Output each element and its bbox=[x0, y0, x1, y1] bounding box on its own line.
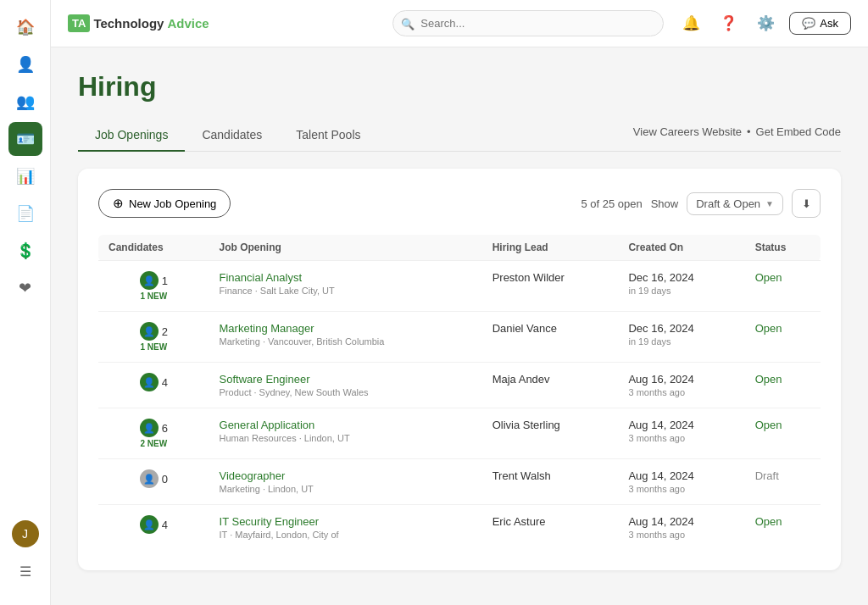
candidate-count: 6 bbox=[162, 422, 168, 435]
status-text: Open bbox=[755, 419, 782, 431]
tab-talent-pools[interactable]: Talent Pools bbox=[279, 119, 377, 152]
job-opening-cell: Software Engineer Product · Sydney, New … bbox=[209, 363, 482, 408]
table-row: 👤 6 2 NEW General Application Human Reso… bbox=[98, 408, 821, 459]
hiring-lead-name: Eric Asture bbox=[492, 515, 546, 528]
new-badge: 1 NEW bbox=[140, 291, 167, 301]
job-title-link[interactable]: IT Security Engineer bbox=[220, 515, 320, 528]
notifications-icon[interactable]: 🔔 bbox=[677, 10, 704, 37]
job-subtitle: Finance · Salt Lake City, UT bbox=[220, 286, 472, 296]
candidates-cell: 👤 4 bbox=[98, 505, 209, 551]
date-main: Dec 16, 2024 bbox=[628, 271, 734, 284]
candidate-count: 4 bbox=[162, 376, 168, 389]
status-text: Open bbox=[755, 322, 782, 335]
candidate-count: 4 bbox=[162, 519, 168, 531]
count-text: 5 of 25 open bbox=[581, 197, 642, 210]
sidebar-item-heart[interactable]: ❤ bbox=[8, 271, 42, 305]
hamburger-menu-icon[interactable]: ☰ bbox=[8, 554, 42, 588]
job-openings-card: ⊕ New Job Opening 5 of 25 open Show Draf… bbox=[78, 169, 841, 570]
status-cell: Open bbox=[745, 261, 821, 312]
search-icon: 🔍 bbox=[401, 17, 415, 30]
created-on-cell: Aug 16, 2024 3 months ago bbox=[618, 363, 744, 408]
date-relative: 3 months ago bbox=[628, 530, 734, 540]
table-row: 👤 4 Software Engineer Product · Sydney, … bbox=[98, 363, 821, 408]
job-subtitle: Human Resources · Lindon, UT bbox=[220, 433, 472, 443]
job-title-link[interactable]: General Application bbox=[220, 419, 315, 431]
candidate-icon: 👤 bbox=[140, 515, 159, 534]
sidebar-item-people[interactable]: 👥 bbox=[8, 85, 42, 119]
table-row: 👤 4 IT Security Engineer IT · Mayfaird, … bbox=[98, 505, 821, 551]
sidebar-item-dollar[interactable]: 💲 bbox=[8, 234, 42, 268]
logo: TA TechnologyAdvice bbox=[68, 14, 209, 32]
hiring-lead-name: Maja Andev bbox=[492, 373, 550, 386]
hiring-lead-name: Trent Walsh bbox=[492, 469, 551, 482]
tabs-left: Job Openings Candidates Talent Pools bbox=[78, 119, 378, 151]
table-header-row: Candidates Job Opening Hiring Lead Creat… bbox=[98, 235, 821, 261]
help-icon[interactable]: ❓ bbox=[715, 10, 742, 37]
candidates-cell: 👤 6 2 NEW bbox=[98, 408, 209, 459]
date-main: Aug 14, 2024 bbox=[628, 469, 734, 482]
tab-candidates[interactable]: Candidates bbox=[185, 119, 279, 152]
sidebar-item-home[interactable]: 🏠 bbox=[8, 10, 42, 44]
new-job-opening-button[interactable]: ⊕ New Job Opening bbox=[98, 189, 231, 218]
job-title-link[interactable]: Videographer bbox=[220, 469, 286, 482]
candidate-count: 0 bbox=[162, 473, 168, 486]
candidate-count: 2 bbox=[162, 325, 168, 338]
status-text: Open bbox=[755, 373, 782, 386]
job-opening-cell: General Application Human Resources · Li… bbox=[209, 408, 482, 459]
col-candidates: Candidates bbox=[98, 235, 209, 261]
sidebar-item-person[interactable]: 👤 bbox=[8, 47, 42, 81]
candidates-cell: 👤 0 bbox=[98, 459, 209, 505]
hiring-lead-cell: Eric Asture bbox=[482, 505, 619, 551]
filter-dropdown[interactable]: Draft & Open ▼ bbox=[687, 192, 783, 215]
hiring-lead-cell: Trent Walsh bbox=[482, 459, 619, 505]
job-opening-cell: Marketing Manager Marketing · Vancouver,… bbox=[209, 312, 482, 363]
created-on-cell: Dec 16, 2024 in 19 days bbox=[618, 312, 744, 363]
content-area: Hiring Job Openings Candidates Talent Po… bbox=[51, 47, 868, 605]
ask-button[interactable]: 💬 Ask bbox=[789, 12, 851, 35]
status-text: Draft bbox=[755, 469, 779, 482]
status-cell: Open bbox=[745, 312, 821, 363]
topnav: TA TechnologyAdvice 🔍 🔔 ❓ ⚙️ 💬 Ask bbox=[51, 0, 868, 47]
date-main: Aug 14, 2024 bbox=[628, 515, 734, 528]
candidates-cell: 👤 4 bbox=[98, 363, 209, 408]
tabs-right: View Careers Website • Get Embed Code bbox=[633, 125, 841, 145]
tab-job-openings[interactable]: Job Openings bbox=[78, 119, 185, 152]
avatar[interactable]: J bbox=[12, 520, 39, 547]
job-subtitle: Marketing · Lindon, UT bbox=[220, 484, 472, 494]
sidebar: 🏠 👤 👥 🪪 📊 📄 💲 ❤ J ☰ bbox=[0, 0, 51, 605]
new-badge: 2 NEW bbox=[140, 439, 167, 448]
col-hiring-lead: Hiring Lead bbox=[482, 235, 619, 261]
search-bar: 🔍 bbox=[392, 10, 664, 36]
candidate-icon: 👤 bbox=[140, 271, 159, 290]
search-input[interactable] bbox=[392, 10, 664, 36]
status-cell: Draft bbox=[745, 459, 821, 505]
chevron-down-icon: ▼ bbox=[765, 199, 774, 208]
job-openings-table: Candidates Job Opening Hiring Lead Creat… bbox=[98, 235, 821, 550]
date-relative: 3 months ago bbox=[628, 433, 734, 443]
embed-code-link[interactable]: Get Embed Code bbox=[756, 125, 841, 138]
job-title-link[interactable]: Financial Analyst bbox=[220, 271, 303, 284]
job-opening-cell: IT Security Engineer IT · Mayfaird, Lond… bbox=[209, 505, 482, 551]
main-container: TA TechnologyAdvice 🔍 🔔 ❓ ⚙️ 💬 Ask Hirin… bbox=[51, 0, 868, 605]
col-status: Status bbox=[745, 235, 821, 261]
sidebar-item-document[interactable]: 📄 bbox=[8, 197, 42, 230]
sidebar-bottom: J ☰ bbox=[8, 520, 42, 595]
logo-icon: TA bbox=[68, 14, 90, 32]
job-opening-cell: Financial Analyst Finance · Salt Lake Ci… bbox=[209, 261, 482, 312]
sidebar-item-id-card[interactable]: 🪪 bbox=[8, 122, 42, 156]
view-careers-link[interactable]: View Careers Website bbox=[633, 125, 742, 138]
job-subtitle: IT · Mayfaird, London, City of bbox=[220, 530, 472, 540]
created-on-cell: Dec 16, 2024 in 19 days bbox=[618, 261, 744, 312]
date-main: Aug 14, 2024 bbox=[628, 419, 734, 431]
candidates-cell: 👤 1 1 NEW bbox=[98, 261, 209, 312]
job-title-link[interactable]: Software Engineer bbox=[220, 373, 310, 386]
settings-icon[interactable]: ⚙️ bbox=[752, 10, 779, 37]
sidebar-item-chart[interactable]: 📊 bbox=[8, 159, 42, 193]
date-relative: in 19 days bbox=[628, 336, 734, 347]
job-opening-cell: Videographer Marketing · Lindon, UT bbox=[209, 459, 482, 505]
nav-actions: 🔔 ❓ ⚙️ 💬 Ask bbox=[677, 10, 851, 37]
job-title-link[interactable]: Marketing Manager bbox=[220, 322, 314, 335]
card-header-right: 5 of 25 open Show Draft & Open ▼ ⬇ bbox=[581, 189, 821, 218]
date-main: Dec 16, 2024 bbox=[628, 322, 734, 335]
download-button[interactable]: ⬇ bbox=[792, 189, 821, 218]
